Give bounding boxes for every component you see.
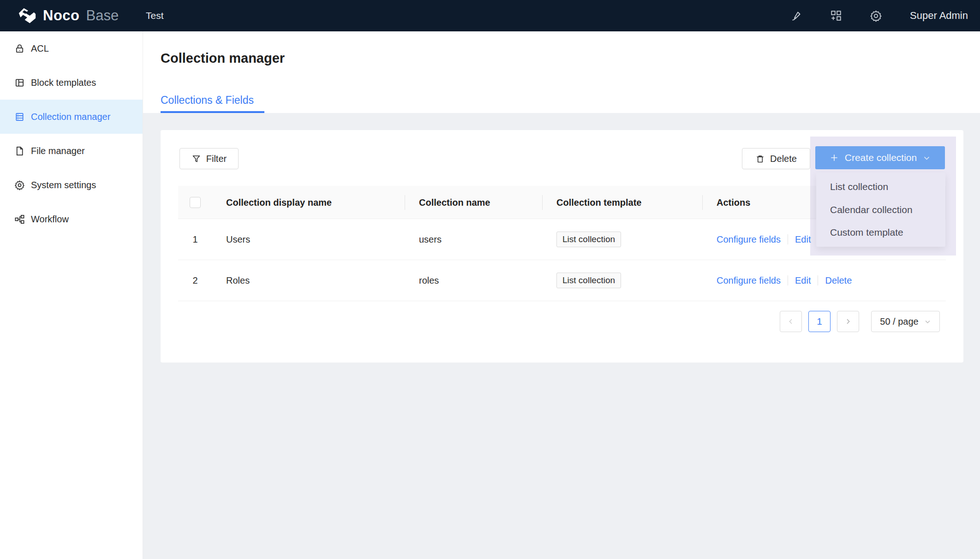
configure-fields-link[interactable]: Configure fields <box>717 275 781 286</box>
lock-icon <box>14 43 25 54</box>
configure-fields-link[interactable]: Configure fields <box>717 234 781 245</box>
brand-name-light: Base <box>86 7 119 24</box>
page-header: Collection manager Collections & Fields <box>143 31 980 113</box>
delete-link[interactable]: Delete <box>825 275 852 286</box>
previous-page-button[interactable] <box>780 311 802 332</box>
collections-icon <box>14 112 25 122</box>
create-collection-dropdown: List collection Calendar collection Cust… <box>816 172 945 247</box>
create-collection-button[interactable]: Create collection <box>815 146 945 169</box>
highlighter-icon[interactable] <box>790 10 802 22</box>
page-number-button[interactable]: 1 <box>808 311 831 332</box>
page-size-value: 50 / page <box>880 316 918 327</box>
edit-link[interactable]: Edit <box>795 275 811 286</box>
sidebar-item-label: Workflow <box>31 214 69 225</box>
sidebar-item-collection-manager[interactable]: Collection manager <box>0 100 143 134</box>
template-tag: List collection <box>556 232 621 247</box>
table-row: 2 Roles roles List collection Configure … <box>178 260 946 301</box>
edit-link[interactable]: Edit <box>795 234 811 245</box>
create-collection-label: Create collection <box>845 152 917 163</box>
cell-display-name: Roles <box>212 275 405 286</box>
pagination: 1 50 / page <box>780 311 940 332</box>
gear-icon <box>14 180 25 190</box>
brand-name-bold: Noco <box>43 7 80 24</box>
app-window: NocoBase Test Super Admin <box>0 0 980 559</box>
cell-display-name: Users <box>212 234 405 245</box>
chevron-left-icon <box>787 318 795 325</box>
cell-template: List collection <box>543 232 703 247</box>
filter-icon <box>191 154 201 164</box>
filter-button[interactable]: Filter <box>179 148 239 169</box>
page-size-select[interactable]: 50 / page <box>871 311 940 332</box>
chevron-down-icon <box>923 154 931 162</box>
menu-item-custom-template[interactable]: Custom template <box>816 221 945 244</box>
sidebar-item-label: System settings <box>31 180 96 190</box>
chevron-down-icon <box>924 318 931 325</box>
cell-name: users <box>405 234 543 245</box>
row-index: 2 <box>178 275 212 286</box>
delete-button[interactable]: Delete <box>742 148 810 169</box>
layout-icon <box>14 77 25 88</box>
column-header-name: Collection name <box>405 186 543 219</box>
main-content: Collection manager Collections & Fields … <box>143 31 980 559</box>
page-title: Collection manager <box>161 51 285 66</box>
cell-actions: Configure fields Edit Delete <box>703 275 946 286</box>
sidebar-item-acl[interactable]: ACL <box>0 31 143 65</box>
menu-item-list-collection[interactable]: List collection <box>816 175 945 198</box>
sidebar: ACL Block templates Collection manager F… <box>0 31 143 559</box>
topbar-menu-item-test[interactable]: Test <box>141 10 168 21</box>
sidebar-item-system-settings[interactable]: System settings <box>0 168 143 202</box>
column-header-display-name: Collection display name <box>212 186 405 219</box>
menu-item-calendar-collection[interactable]: Calendar collection <box>816 198 945 221</box>
cell-name: roles <box>405 275 543 286</box>
trash-icon <box>755 154 765 164</box>
gear-icon[interactable] <box>870 10 882 22</box>
topbar: NocoBase Test Super Admin <box>0 0 980 31</box>
template-tag: List collection <box>556 273 621 288</box>
topbar-menu: Test <box>141 10 168 21</box>
cell-template: List collection <box>543 273 703 288</box>
action-divider <box>788 234 788 244</box>
next-page-button[interactable] <box>837 311 859 332</box>
sidebar-item-label: Collection manager <box>31 112 110 122</box>
action-divider <box>818 275 818 285</box>
sidebar-item-label: Block templates <box>31 77 96 88</box>
sidebar-item-block-templates[interactable]: Block templates <box>0 65 143 100</box>
sidebar-item-label: File manager <box>31 146 85 156</box>
action-divider <box>788 275 788 285</box>
tab-collections-and-fields[interactable]: Collections & Fields <box>161 94 254 107</box>
nocobase-logo-icon <box>17 6 37 25</box>
column-header-template: Collection template <box>543 186 703 219</box>
filter-button-label: Filter <box>206 154 227 164</box>
sidebar-item-file-manager[interactable]: File manager <box>0 134 143 168</box>
file-icon <box>14 146 25 156</box>
plus-icon <box>830 153 839 162</box>
active-tab-indicator <box>161 111 264 113</box>
topbar-right: Super Admin <box>790 0 968 31</box>
brand[interactable]: NocoBase <box>0 6 141 25</box>
workflow-icon <box>14 214 25 225</box>
select-all-checkbox[interactable] <box>190 197 201 208</box>
user-menu[interactable]: Super Admin <box>910 10 968 22</box>
chevron-right-icon <box>844 318 852 325</box>
sidebar-item-label: ACL <box>31 43 49 54</box>
select-all-cell <box>178 186 212 219</box>
appstore-add-icon[interactable] <box>830 10 842 22</box>
sidebar-item-workflow[interactable]: Workflow <box>0 202 143 236</box>
row-index: 1 <box>178 234 212 245</box>
delete-button-label: Delete <box>770 154 797 164</box>
